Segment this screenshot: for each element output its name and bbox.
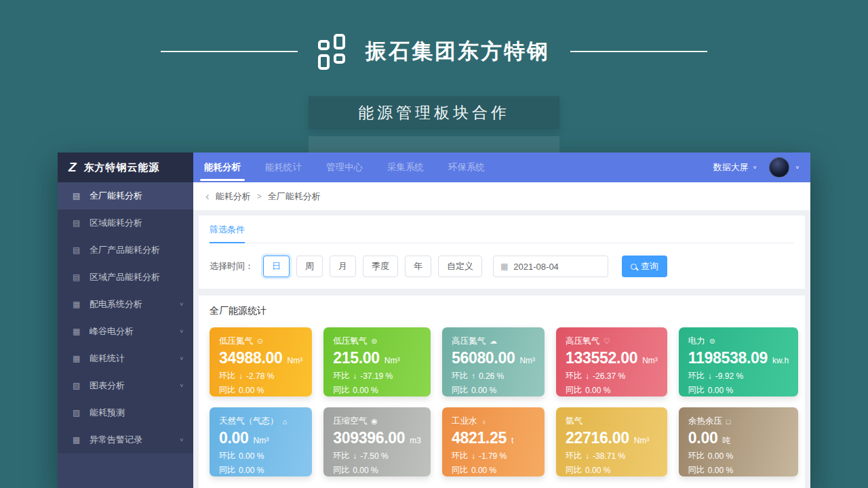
sidebar-item-plant-energy-analysis[interactable]: ▤ 全厂能耗分析 xyxy=(58,182,193,209)
stat-card-industrial-water: 工业水♁ 4821.25t 环比↓-1.79 % 同比0.00 % xyxy=(442,407,545,476)
big-screen-dropdown[interactable]: 数据大屏 ∨ xyxy=(713,161,757,174)
stat-cards-grid: 低压氮气⊙ 34988.00Nm³ 环比↓-2.78 % 同比0.00 % 低压… xyxy=(210,327,794,476)
subtitle-ghost-strip xyxy=(309,136,559,154)
grid-icon: ▦ xyxy=(73,327,83,336)
avatar[interactable] xyxy=(769,157,789,178)
tab-management-center[interactable]: 管理中心 xyxy=(326,152,363,182)
card-value: 56080.00 xyxy=(452,349,515,367)
breadcrumb-section[interactable]: 能耗分析 xyxy=(216,190,251,203)
filter-tabs-row: 筛选条件 xyxy=(210,224,794,243)
sidebar-item-alarm-records[interactable]: ▩ 异常告警记录 ∨ xyxy=(58,426,193,453)
mom-label: 环比 xyxy=(688,450,705,462)
stat-card-waste-heat-pressure: 余热余压□ 0.00吨 环比0.00 % 同比0.00 % xyxy=(679,407,798,476)
yoy-value: 0.00 % xyxy=(239,466,264,475)
arrow-down-icon: ↓ xyxy=(585,451,589,461)
subtitle-banner: 能源管理板块合作 xyxy=(309,96,559,129)
mom-label: 环比 xyxy=(333,370,349,382)
tab-energy-analysis[interactable]: 能耗分析 xyxy=(204,152,241,182)
yoy-label: 同比 xyxy=(452,384,468,396)
card-title: 氩气 xyxy=(566,415,583,427)
card-title: 压缩空气 xyxy=(333,415,367,427)
card-unit: Nm³ xyxy=(288,356,303,365)
time-year-button[interactable]: 年 xyxy=(405,256,431,277)
sidebar-item-plant-product-energy[interactable]: ▤ 全厂产品能耗分析 xyxy=(58,237,193,264)
sidebar-item-chart-analysis[interactable]: ▧ 图表分析 ∨ xyxy=(58,372,193,399)
time-custom-button[interactable]: 自定义 xyxy=(438,256,482,277)
sidebar-item-region-product-energy[interactable]: ▤ 区域产品能耗分析 xyxy=(58,264,193,291)
calendar-icon: ▦ xyxy=(500,262,508,271)
query-button-label: 查询 xyxy=(641,260,658,272)
hero-header: 振石集团东方特钢 xyxy=(0,28,868,75)
time-day-button[interactable]: 日 xyxy=(263,256,290,277)
yoy-value: 0.00 % xyxy=(585,386,610,395)
card-value: 133552.00 xyxy=(566,349,637,367)
stat-card-argon: 氩气 22716.00Nm³ 环比↓-38.71 % 同比0.00 % xyxy=(556,407,667,476)
air-icon: ◉ xyxy=(371,417,378,426)
tab-energy-stats[interactable]: 能耗统计 xyxy=(265,152,302,182)
stat-card-high-pressure-oxygen: 高压氧气♡ 133552.00Nm³ 环比↓-26.37 % 同比0.00 % xyxy=(556,327,667,396)
yoy-label: 同比 xyxy=(219,384,235,396)
time-week-button[interactable]: 周 xyxy=(296,256,323,277)
dashboard-window: Z 东方特钢云能源 能耗分析 能耗统计 管理中心 采集系统 环保系统 数据大屏 … xyxy=(58,152,810,488)
app-brand-name: 东方特钢云能源 xyxy=(84,161,160,174)
query-button[interactable]: 查询 xyxy=(622,256,667,277)
sidebar-item-label: 能耗统计 xyxy=(90,352,125,365)
tab-environment-system[interactable]: 环保系统 xyxy=(448,152,485,182)
heat-icon: □ xyxy=(726,418,731,426)
tab-collection-system[interactable]: 采集系统 xyxy=(387,152,424,182)
mom-label: 环比 xyxy=(688,370,705,382)
sidebar-item-energy-stats[interactable]: ▦ 能耗统计 ∨ xyxy=(58,345,193,372)
time-month-button[interactable]: 月 xyxy=(330,256,356,277)
time-quarter-button[interactable]: 季度 xyxy=(363,256,398,277)
stats-panel: 全厂能源统计 低压氮气⊙ 34988.00Nm³ 环比↓-2.78 % 同比0.… xyxy=(199,296,805,488)
card-title: 低压氮气 xyxy=(219,336,253,347)
top-nav: 能耗分析 能耗统计 管理中心 采集系统 环保系统 数据大屏 ∨ ∨ xyxy=(193,152,810,182)
mom-value: -38.71 % xyxy=(593,451,625,461)
yoy-label: 同比 xyxy=(688,464,705,476)
stat-card-electricity: 电力⊜ 1198538.09kw.h 环比↓-9.92 % 同比0.00 % xyxy=(679,327,798,396)
sidebar-item-energy-forecast[interactable]: ▨ 能耗预测 xyxy=(58,399,193,426)
gas-icon: ☁ xyxy=(490,337,497,346)
yoy-value: 0.00 % xyxy=(585,466,610,475)
chevron-down-icon: ∨ xyxy=(753,165,757,170)
yoy-label: 同比 xyxy=(566,384,582,396)
sidebar-item-power-distribution[interactable]: ▦ 配电系统分析 ∨ xyxy=(58,291,193,318)
sidebar-item-peak-valley-analysis[interactable]: ▦ 峰谷电分析 ∨ xyxy=(58,318,193,345)
tab-label: 能耗分析 xyxy=(204,161,241,174)
app-logo-icon: Z xyxy=(68,160,77,175)
date-input[interactable] xyxy=(513,262,601,272)
date-picker[interactable]: ▦ xyxy=(493,256,608,277)
search-icon xyxy=(631,264,637,270)
sidebar-item-label: 全厂能耗分析 xyxy=(90,190,142,202)
stat-card-high-pressure-nitrogen: 高压氮气☁ 56080.00Nm³ 环比↑0.26 % 同比0.00 % xyxy=(442,327,545,396)
stat-card-natural-gas: 天然气（气态）⌂ 0.00Nm³ 环比0.00 % 同比0.00 % xyxy=(210,407,312,476)
sidebar-item-label: 图表分析 xyxy=(90,380,125,392)
tab-filter-conditions[interactable]: 筛选条件 xyxy=(210,224,245,243)
sidebar-footer xyxy=(58,453,193,488)
divider-line-right xyxy=(570,51,707,52)
gas-icon: ⊚ xyxy=(371,337,377,346)
card-view-icon: ▤ xyxy=(73,272,83,282)
sidebar-item-label: 区域能耗分析 xyxy=(90,217,142,229)
chevron-down-icon: ∨ xyxy=(179,302,184,307)
card-title: 高压氧气 xyxy=(566,336,599,347)
sidebar-item-label: 配电系统分析 xyxy=(90,298,142,310)
card-value: 34988.00 xyxy=(219,349,283,367)
alarm-icon: ▩ xyxy=(73,435,83,445)
sidebar-item-label: 区域产品能耗分析 xyxy=(90,271,160,283)
mom-label: 环比 xyxy=(219,450,235,462)
nav-right: 数据大屏 ∨ ∨ xyxy=(713,157,800,178)
chevron-down-icon[interactable]: ∨ xyxy=(795,165,800,170)
back-icon[interactable]: ‹ xyxy=(205,190,210,202)
card-title: 高压氮气 xyxy=(452,336,486,347)
card-value: 0.00 xyxy=(688,429,718,447)
chevron-down-icon: ∨ xyxy=(179,356,184,361)
filter-row: 选择时间： 日 周 月 季度 年 自定义 ▦ xyxy=(210,256,794,277)
filter-panel: 筛选条件 选择时间： 日 周 月 季度 年 自定义 ▦ xyxy=(199,216,805,289)
arrow-down-icon: ↓ xyxy=(353,371,357,381)
yoy-label: 同比 xyxy=(333,464,349,476)
gas-icon: ♡ xyxy=(604,337,610,346)
sidebar-item-label: 能耗预测 xyxy=(90,407,125,419)
card-title: 电力 xyxy=(688,336,705,347)
sidebar-item-region-energy-analysis[interactable]: ▤ 区域能耗分析 xyxy=(58,209,193,237)
